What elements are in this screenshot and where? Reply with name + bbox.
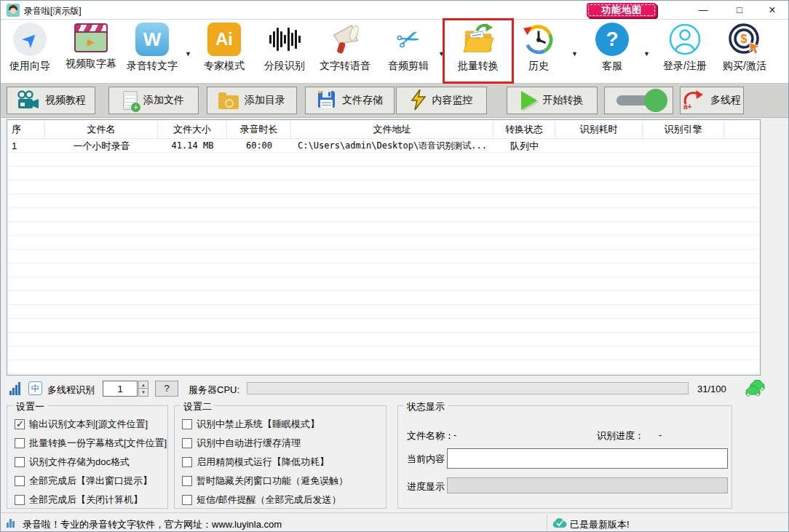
column-header-filepath[interactable]: 文件地址 [291,120,493,138]
option-no-sleep[interactable]: 识别中禁止系统【睡眠模式】 [182,418,320,431]
scissors-icon: ✂ [387,18,430,61]
add-file-icon [123,91,138,110]
statusbar-right-text: 已是最新版本! [570,518,630,531]
toolbar-item-batch-convert[interactable]: 批量转换 [445,21,511,81]
content-monitor-button[interactable]: 内容监控 [396,87,487,114]
video-tutorial-button[interactable]: 视频教程 [7,87,95,114]
checkbox[interactable] [182,495,192,505]
feature-map-button[interactable]: 功能地图 [587,3,657,17]
option-popup-notice[interactable]: 全部完成后【弹出窗口提示】 [15,475,152,488]
column-header-seq[interactable]: 序 [7,120,45,138]
cell-engine [643,139,724,153]
add-file-button[interactable]: 添加文件 [108,87,199,114]
table-body: 1 一个小时录音 41.14 MB 60:00 C:\Users\admin\D… [7,139,760,375]
minimize-button[interactable]: — [689,1,718,20]
chevron-down-icon[interactable]: ▼ [643,50,650,57]
stepper-up-icon[interactable]: ▲ [139,381,148,389]
multithread-arrow-icon: a+ [683,90,705,112]
chevron-down-icon[interactable]: ▼ [185,50,191,57]
panel-title: 状态显示 [404,400,448,413]
toolbar-item-audio-edit[interactable]: ✂ 音频剪辑 [376,21,441,81]
toolbar-item-history[interactable]: 历史 [506,21,571,81]
column-header-duration[interactable]: 录音时长 [227,120,291,138]
add-folder-button[interactable]: 添加目录 [207,87,297,114]
table-header-row: 序 文件名 文件大小 录音时长 文件地址 转换状态 识别耗时 识别引擎 [7,120,760,139]
stepper-down-icon[interactable]: ▼ [139,389,148,396]
option-sms-email[interactable]: 短信/邮件提醒（全部完成后发送） [182,493,341,507]
column-header-filesize[interactable]: 文件大小 [158,120,227,138]
dollar-target-icon: $ [728,23,761,56]
option-doc-format[interactable]: 识别文件存储为doc格式 [15,456,130,469]
title-bar: 录音啦[演示版] 功能地图 — □ × [1,1,788,20]
option-lite-mode[interactable]: 启用精简模式运行【降低功耗】 [182,456,329,469]
svg-text:$: $ [741,33,748,45]
toolbar-item-login[interactable]: 登录/注册 [652,21,718,81]
cell-elapsed [555,139,643,153]
option-shutdown[interactable]: 全部完成后【关闭计算机】 [15,493,143,507]
letter-w-icon: W [135,23,169,56]
stats-bars-icon [7,519,17,528]
cell-duration: 60:00 [227,139,291,153]
toolbar-item-purchase[interactable]: $ 购买/激活 [712,21,777,81]
checkbox[interactable] [15,438,25,448]
file-storage-button[interactable]: 文件存储 [305,87,394,114]
toggle-knob [644,89,667,112]
toolbar-item-expert-mode[interactable]: Ai 专家模式 [191,21,257,81]
option-output-text[interactable]: 输出识别文本到[源文件位置] [15,418,148,431]
save-disk-icon [317,90,336,111]
history-clock-icon [522,23,555,56]
chevron-down-icon[interactable]: ▼ [438,50,445,57]
checkbox[interactable] [15,476,25,486]
table-row[interactable]: 1 一个小时录音 41.14 MB 60:00 C:\Users\admin\D… [7,139,760,153]
checkbox[interactable] [182,419,192,429]
language-badge[interactable]: 中 [28,381,42,395]
checkbox[interactable] [15,495,25,505]
settings-panel-2: 设置二 识别中禁止系统【睡眠模式】 识别中自动进行缓存清理 启用精简模式运行【降… [174,405,386,509]
file-name-label: 文件名称： [407,429,454,442]
status-display-panel: 状态显示 文件名称： - 识别进度： - 当前内容： 进度显示： [397,405,732,509]
play-icon [521,91,537,110]
start-convert-button[interactable]: 开始转换 [507,87,598,114]
column-header-filename[interactable]: 文件名 [45,120,158,138]
checkbox[interactable] [182,476,192,486]
statusbar-left-text: 录音啦！专业的录音转文字软件，官方网址：www.luyinla.com [23,518,282,531]
toolbar-item-video-subtitle[interactable]: ▶ 视频取字幕 [58,21,124,81]
column-header-status[interactable]: 转换状态 [493,120,555,138]
user-outline-icon [668,23,702,56]
recognize-progress-value: - [659,429,662,440]
thread-count-input[interactable] [103,381,137,396]
maximize-button[interactable]: □ [725,1,754,20]
checkbox[interactable] [15,419,25,429]
toggle-switch[interactable] [616,95,662,106]
toolbar-item-segment-recognize[interactable]: 分段识别 [252,21,317,81]
megaphone-icon [328,23,362,56]
toolbar-item-audio-to-text[interactable]: W 录音转文字 [119,21,185,81]
toolbar-item-wizard[interactable]: ➤ 使用向导 [0,21,63,81]
toolbar-item-support[interactable]: ? 客服 [579,21,645,81]
stepper-buttons: ▲ ▼ [138,381,148,397]
thread-count-stepper[interactable] [103,381,138,397]
column-header-elapsed[interactable]: 识别耗时 [555,120,643,138]
option-cache-clean[interactable]: 识别中自动进行缓存清理 [182,437,301,450]
multithread-button[interactable]: a+ 多线程 [680,87,744,114]
chevron-down-icon[interactable]: ▼ [571,50,578,57]
toggle-button[interactable] [604,87,673,114]
checkbox[interactable] [182,438,192,448]
add-folder-icon [218,95,239,109]
current-content-input[interactable] [447,448,728,469]
option-subtitle-copy[interactable]: 批量转换一份字幕格式[文件位置] [15,437,167,450]
checkbox[interactable] [182,457,192,467]
cloud-check-icon [552,517,567,531]
clapperboard-icon: ▶ [74,23,108,54]
checkbox[interactable] [15,457,25,467]
option-hide-close[interactable]: 暂时隐藏关闭窗口功能（避免误触） [182,475,348,488]
toolbar-item-text-to-speech[interactable]: 文字转语音 [312,21,378,81]
statusbar-divider [547,515,547,532]
help-button[interactable]: ? [155,381,178,397]
cell-filepath: C:\Users\admin\Desktop\语音识别测试... [291,139,493,153]
settings-panel-1: 设置一 输出识别文本到[源文件位置] 批量转换一份字幕格式[文件位置] 识别文件… [7,405,168,509]
cell-filename: 一个小时录音 [45,139,158,153]
column-header-engine[interactable]: 识别引擎 [643,120,724,138]
close-button[interactable]: × [758,1,787,20]
batch-folder-icon [461,23,495,56]
